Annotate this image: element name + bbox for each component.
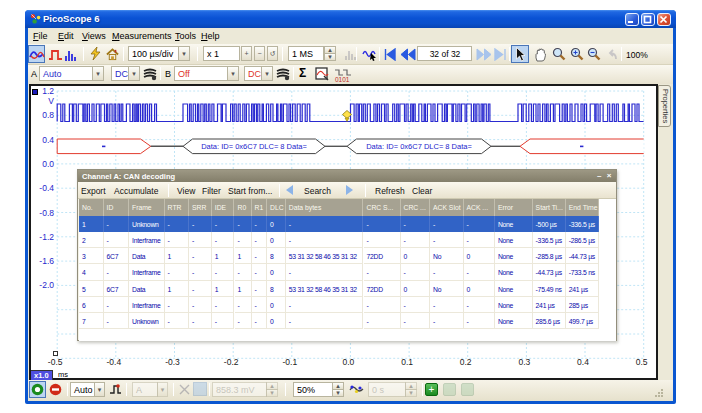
svg-text:Data: ID= 0x6C7 DLC= 8 Data=: Data: ID= 0x6C7 DLC= 8 Data= [201,142,307,151]
svg-text:0101: 0101 [335,76,350,83]
svg-text:Data: ID= 0x6C7 DLC= 8 Data=: Data: ID= 0x6C7 DLC= 8 Data= [366,142,472,151]
